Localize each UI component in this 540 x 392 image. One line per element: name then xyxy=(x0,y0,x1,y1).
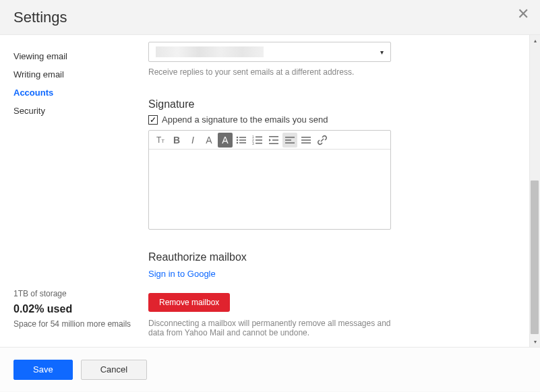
highlight-button[interactable]: A xyxy=(218,133,233,148)
close-button[interactable]: ✕ xyxy=(517,7,529,22)
storage-total: 1TB of storage xyxy=(13,288,135,300)
disconnect-help-text: Disconnecting a mailbox will permanently… xyxy=(148,319,391,337)
cancel-button[interactable]: Cancel xyxy=(81,360,147,380)
svg-point-0 xyxy=(237,136,239,138)
text-color-button[interactable]: A xyxy=(202,133,216,148)
checkmark-icon: ✓ xyxy=(150,116,156,124)
svg-rect-17 xyxy=(285,139,291,141)
bullet-list-icon xyxy=(236,135,247,145)
caret-up-icon: ▴ xyxy=(534,38,537,44)
font-size-icon: TT xyxy=(156,135,164,145)
sidebar-item-writing-email[interactable]: Writing email xyxy=(13,68,135,81)
storage-used: 0.02% used xyxy=(13,300,135,318)
svg-rect-18 xyxy=(285,142,295,143)
align-left-icon xyxy=(284,135,295,145)
italic-icon: I xyxy=(191,135,194,145)
svg-rect-21 xyxy=(301,142,311,143)
link-button[interactable] xyxy=(315,133,330,148)
sidebar-nav: Viewing email Writing email Accounts Sec… xyxy=(13,50,135,117)
svg-rect-7 xyxy=(256,136,262,137)
signature-textarea[interactable] xyxy=(149,150,390,229)
svg-text:3: 3 xyxy=(252,141,254,145)
bold-button[interactable]: B xyxy=(169,133,184,148)
svg-rect-12 xyxy=(269,136,278,137)
close-icon: ✕ xyxy=(517,5,529,22)
svg-rect-19 xyxy=(301,137,311,138)
align-left-button[interactable] xyxy=(282,133,297,148)
svg-rect-5 xyxy=(239,142,246,143)
scroll-thumb[interactable] xyxy=(531,181,539,334)
sign-in-google-link[interactable]: Sign in to Google xyxy=(148,269,216,279)
bold-icon: B xyxy=(173,135,180,145)
dialog-footer: Save Cancel xyxy=(0,347,540,391)
sidebar-item-accounts[interactable]: Accounts xyxy=(13,86,135,99)
svg-rect-11 xyxy=(256,142,262,143)
svg-rect-16 xyxy=(285,137,295,138)
reauthorize-section-title: Reauthorize mailbox xyxy=(148,251,524,263)
reply-address-select[interactable]: ▾ xyxy=(148,42,391,62)
append-signature-checkbox[interactable]: ✓ xyxy=(148,115,158,125)
sidebar-item-security[interactable]: Security xyxy=(13,104,135,117)
link-icon xyxy=(317,135,328,145)
main-panel: ▾ Receive replies to your sent emails at… xyxy=(135,35,540,347)
text-color-icon: A xyxy=(206,135,212,145)
outdent-icon xyxy=(268,135,279,145)
sidebar-item-viewing-email[interactable]: Viewing email xyxy=(13,50,135,63)
dialog-body: Viewing email Writing email Accounts Sec… xyxy=(0,35,540,347)
number-list-icon: 123 xyxy=(252,135,263,145)
svg-rect-14 xyxy=(272,139,278,141)
scroll-down-button[interactable]: ▾ xyxy=(530,336,540,347)
svg-point-2 xyxy=(237,139,239,141)
reply-help-text: Receive replies to your sent emails at a… xyxy=(148,67,524,77)
highlight-icon: A xyxy=(222,135,228,145)
sidebar: Viewing email Writing email Accounts Sec… xyxy=(0,35,135,347)
append-signature-label: Append a signature to the emails you sen… xyxy=(162,115,328,125)
storage-info: 1TB of storage 0.02% used Space for 54 m… xyxy=(13,288,135,331)
svg-rect-15 xyxy=(269,143,278,144)
align-justify-icon xyxy=(301,135,311,145)
caret-down-icon: ▾ xyxy=(534,339,537,345)
svg-marker-13 xyxy=(269,139,271,141)
page-title: Settings xyxy=(13,9,67,26)
storage-space: Space for 54 million more emails xyxy=(13,318,135,331)
svg-rect-9 xyxy=(256,139,262,141)
chevron-down-icon: ▾ xyxy=(380,48,384,56)
align-justify-button[interactable] xyxy=(299,133,313,148)
scrollbar: ▴ ▾ xyxy=(529,35,540,347)
editor-toolbar: TT B I A A 123 xyxy=(149,131,390,150)
svg-point-4 xyxy=(237,141,239,143)
font-size-button[interactable]: TT xyxy=(153,133,168,148)
save-button[interactable]: Save xyxy=(13,360,73,380)
signature-editor: TT B I A A 123 xyxy=(148,130,391,230)
dialog-header: Settings ✕ xyxy=(0,0,540,35)
scroll-up-button[interactable]: ▴ xyxy=(530,35,540,46)
svg-rect-1 xyxy=(239,137,246,138)
signature-section-title: Signature xyxy=(148,98,524,110)
svg-rect-20 xyxy=(301,139,311,141)
number-list-button[interactable]: 123 xyxy=(250,133,265,148)
append-signature-row: ✓ Append a signature to the emails you s… xyxy=(148,115,524,125)
remove-mailbox-button[interactable]: Remove mailbox xyxy=(148,293,230,312)
redacted-email xyxy=(156,46,264,57)
bullet-list-button[interactable] xyxy=(234,133,249,148)
outdent-button[interactable] xyxy=(266,133,281,148)
italic-button[interactable]: I xyxy=(185,133,200,148)
svg-rect-3 xyxy=(239,139,246,141)
